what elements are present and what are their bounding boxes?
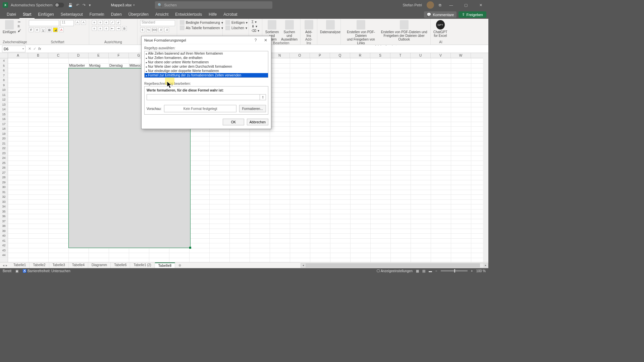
column-header-Q[interactable]: Q (330, 53, 350, 58)
cancel-button[interactable]: Abbrechen (247, 119, 268, 125)
row-header-15[interactable]: 15 (0, 112, 8, 117)
increase-decimal-icon[interactable]: .0 (158, 27, 163, 32)
row-header-40[interactable]: 40 (0, 233, 8, 238)
rule-type-option[interactable]: Nur Werte über oder unter dem Durchschni… (145, 64, 268, 69)
align-top-icon[interactable]: ≡ (92, 20, 97, 25)
display-settings-button[interactable]: 🖵 Anzeigeeinstellungen (377, 269, 413, 273)
scroll-thumb[interactable] (306, 263, 480, 267)
underline-icon[interactable]: U (41, 27, 46, 32)
row-header-9[interactable]: 9 (0, 83, 8, 88)
autosave-toggle[interactable]: Automatisches Speichern (11, 3, 64, 7)
share-button[interactable]: ⇪Freigeben (459, 11, 486, 18)
row-header-29[interactable]: 29 (0, 180, 8, 185)
data-analysis-button[interactable]: Datenanalyse (320, 20, 340, 34)
fill-color-icon[interactable]: ◢ (53, 27, 58, 32)
row-header-4[interactable]: 4 (0, 58, 8, 63)
column-header-O[interactable]: O (290, 53, 310, 58)
page-layout-view-icon[interactable]: ▤ (422, 269, 425, 273)
sheet-tab[interactable]: Tabelle6 (111, 262, 130, 268)
merge-icon[interactable]: ⊞ (122, 26, 127, 31)
column-header-V[interactable]: V (431, 53, 451, 58)
border-icon[interactable]: ▦ (47, 27, 52, 32)
decrease-indent-icon[interactable]: ⇤ (110, 26, 115, 31)
column-header-D[interactable]: D (68, 53, 89, 58)
row-header-26[interactable]: 26 (0, 165, 8, 170)
ribbon-tab-hilfe[interactable]: Hilfe (205, 11, 220, 19)
close-button[interactable]: ✕ (476, 3, 486, 7)
cancel-formula-icon[interactable]: ✕ (28, 47, 31, 51)
row-header-34[interactable]: 34 (0, 204, 8, 209)
comments-button[interactable]: 💬Kommentare (424, 11, 457, 18)
zoom-out-icon[interactable]: − (435, 269, 437, 273)
vertical-scrollbar[interactable] (483, 53, 488, 262)
row-header-32[interactable]: 32 (0, 194, 8, 199)
decrease-decimal-icon[interactable]: .0 (164, 27, 169, 32)
acrobat-create-button[interactable]: Erstellen von PDF-Dateien und Freigeben … (343, 20, 378, 45)
rule-formula-input[interactable] (147, 94, 260, 100)
zoom-level[interactable]: 100 % (476, 269, 486, 273)
thousands-icon[interactable]: 000 (152, 27, 157, 32)
insert-cells-button[interactable]: Einfügen▾ (225, 20, 248, 25)
decrease-font-icon[interactable]: A (81, 20, 86, 25)
format-painter-icon[interactable]: 🖌 (18, 29, 21, 33)
column-header-S[interactable]: S (370, 53, 390, 58)
dialog-close-button[interactable]: ✕ (263, 38, 268, 43)
ribbon-tab-daten[interactable]: Daten (108, 11, 125, 19)
ribbon-tab-acrobat[interactable]: Acrobat (220, 11, 240, 19)
zoom-in-icon[interactable]: + (471, 269, 473, 273)
column-header-B[interactable]: B (28, 53, 48, 58)
paste-button[interactable]: Einfügen (3, 20, 16, 34)
column-header-N[interactable]: N (270, 53, 290, 58)
scroll-right-icon[interactable]: ▸ (483, 263, 488, 267)
sheet-tab[interactable]: Tabelle2 (30, 262, 49, 268)
row-header-21[interactable]: 21 (0, 141, 8, 146)
sheet-nav-first-icon[interactable]: ◂ (3, 263, 4, 267)
row-header-5[interactable]: 5 (0, 63, 8, 68)
row-header-30[interactable]: 30 (0, 185, 8, 190)
ok-button[interactable]: OK (223, 119, 244, 125)
row-header-7[interactable]: 7 (0, 73, 8, 78)
align-left-icon[interactable]: ≡ (92, 26, 97, 31)
normal-view-icon[interactable]: ▦ (416, 269, 419, 273)
redo-icon[interactable]: ↷ (83, 3, 86, 7)
row-header-41[interactable]: 41 (0, 238, 8, 243)
number-format-combo[interactable]: Standard (140, 20, 175, 26)
sheet-tab[interactable]: Tabelle3 (49, 262, 69, 268)
row-header-37[interactable]: 37 (0, 219, 8, 224)
row-header-16[interactable]: 16 (0, 117, 8, 122)
qat-dropdown-icon[interactable]: ▾ (89, 3, 91, 7)
ribbon-tab-start[interactable]: Start (19, 11, 35, 19)
row-header-25[interactable]: 25 (0, 161, 8, 166)
font-color-icon[interactable]: A (59, 27, 64, 32)
row-header-36[interactable]: 36 (0, 214, 8, 219)
row-header-27[interactable]: 27 (0, 170, 8, 175)
ribbon-tab-datei[interactable]: Datei (3, 11, 19, 19)
undo-icon[interactable]: ↶ (76, 3, 79, 7)
conditional-formatting-button[interactable]: Bedingte Formatierung▾ (180, 20, 223, 25)
increase-font-icon[interactable]: A (75, 20, 80, 25)
rule-type-option[interactable]: Formel zur Ermittlung der zu formatieren… (145, 73, 268, 77)
chatgpt-button[interactable]: GPT ChatGPT for Excel (433, 20, 447, 38)
row-header-11[interactable]: 11 (0, 93, 8, 98)
scroll-left-icon[interactable]: ◂ (301, 263, 306, 267)
fx-icon[interactable]: fx (38, 47, 41, 51)
ribbon-tab-formeln[interactable]: Formeln (86, 11, 108, 19)
fill-button[interactable]: ⬇▾ (252, 24, 259, 28)
row-header-23[interactable]: 23 (0, 151, 8, 156)
row-header-31[interactable]: 31 (0, 190, 8, 195)
increase-indent-icon[interactable]: ⇥ (116, 26, 121, 31)
row-header-35[interactable]: 35 (0, 209, 8, 214)
row-header-33[interactable]: 33 (0, 199, 8, 204)
row-header-38[interactable]: 38 (0, 224, 8, 229)
delete-cells-button[interactable]: Löschen▾ (225, 25, 248, 30)
row-header-18[interactable]: 18 (0, 126, 8, 131)
align-center-icon[interactable]: ≡ (98, 26, 103, 31)
column-header-C[interactable]: C (48, 53, 68, 58)
font-size-combo[interactable]: 11 (60, 20, 74, 26)
ribbon-tab-entwicklertools[interactable]: Entwicklertools (172, 11, 205, 19)
add-sheet-button[interactable]: ⊕ (175, 263, 184, 267)
horizontal-scrollbar[interactable]: ◂ ▸ (301, 263, 488, 268)
copy-icon[interactable]: ⎘ (18, 24, 21, 28)
enter-formula-icon[interactable]: ✓ (33, 47, 36, 51)
align-right-icon[interactable]: ≡ (104, 26, 109, 31)
